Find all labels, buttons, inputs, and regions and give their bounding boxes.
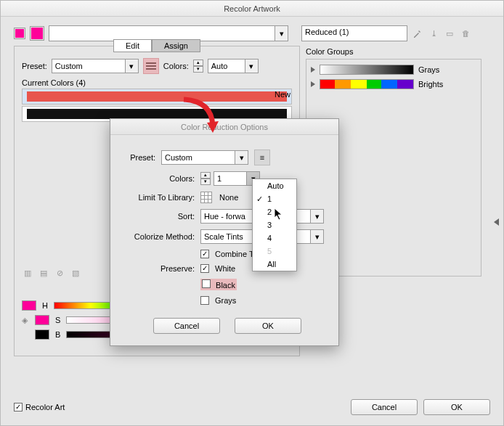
color-group-row-grays[interactable]: Grays <box>309 62 478 77</box>
b-label: B <box>55 330 60 339</box>
disclosure-triangle-icon[interactable] <box>311 67 315 73</box>
new-label: New <box>275 90 290 99</box>
menu-item-all[interactable]: All <box>253 258 296 271</box>
chevron-down-icon[interactable]: ▾ <box>310 230 323 243</box>
save-group-icon[interactable]: ⤓ <box>428 28 439 39</box>
combine-tints-label: Combine T <box>215 250 254 258</box>
eyedropper-icon[interactable] <box>412 28 423 39</box>
chevron-down-icon[interactable]: ▾ <box>275 26 288 41</box>
preset-combo[interactable]: Custom▾ <box>52 59 139 73</box>
current-color-row-1[interactable] <box>22 89 292 105</box>
colors-stepper[interactable]: ▴▾ <box>193 60 203 73</box>
recolor-artwork-window: Recolor Artwork ▾ Reduced (1) ⤓ ▭ 🗑 Edit… <box>0 0 504 426</box>
limit-to-library-label: Limit To Library: <box>122 193 198 202</box>
cursor-icon <box>274 208 284 221</box>
brights-swatch-strip <box>320 79 414 89</box>
menu-item-auto[interactable]: Auto <box>253 179 296 192</box>
recolor-art-label: Recolor Art <box>25 403 65 411</box>
color-group-base-swatch[interactable] <box>30 26 44 41</box>
current-colors-label: Current Colors (4) <box>22 78 292 87</box>
tab-edit[interactable]: Edit <box>113 39 152 52</box>
color-group-label: Grays <box>418 65 439 74</box>
colors-label: Colors: <box>163 62 189 70</box>
svg-rect-1 <box>146 65 156 67</box>
preserve-black-row: Black <box>200 279 237 290</box>
grays-swatch-strip <box>320 65 414 75</box>
window-title: Recolor Artwork <box>1 1 503 17</box>
exclude-icon[interactable]: ⊘ <box>54 267 65 279</box>
s-swatch[interactable] <box>35 315 49 325</box>
svg-rect-0 <box>146 62 156 64</box>
preserve-white-label: White <box>215 264 235 273</box>
new-row-icon[interactable]: ▧ <box>70 267 81 279</box>
colorize-method-label: Colorize Method: <box>122 232 198 241</box>
colors-value: Auto <box>208 62 245 70</box>
preserve-white-checkbox[interactable]: ✓ <box>200 264 209 273</box>
disclosure-triangle-icon[interactable] <box>311 81 315 87</box>
preserve-black-label: Black <box>216 281 235 290</box>
chevron-down-icon[interactable]: ▾ <box>245 60 258 73</box>
preserve-label: Preserve: <box>122 264 198 273</box>
b-swatch[interactable] <box>35 329 49 340</box>
cube-icon: ◈ <box>22 316 29 325</box>
menu-item-1[interactable]: 1 <box>253 192 296 205</box>
preset-label: Preset: <box>22 62 47 70</box>
color-reduction-options-dialog: Color Reduction Options Preset: Custom▾ … <box>110 118 339 346</box>
color-group-name-input[interactable]: Reduced (1) <box>301 25 407 41</box>
color-group-name-text: Reduced (1) <box>305 28 349 36</box>
modal-colors-value: 1 <box>214 174 246 183</box>
combine-tints-checkbox[interactable]: ✓ <box>200 250 209 258</box>
preserve-grays-label: Grays <box>215 296 236 305</box>
menu-item-5: 5 <box>253 245 296 258</box>
footer: ✓ Recolor Art Cancel OK <box>1 389 503 425</box>
panel-collapse-icon[interactable] <box>494 218 499 226</box>
recolor-art-checkbox[interactable]: ✓ <box>14 403 23 411</box>
preserve-grays-checkbox[interactable] <box>200 296 209 305</box>
modal-colors-stepper[interactable]: ▴▾ <box>200 172 211 185</box>
color-group-label: Brights <box>418 80 443 89</box>
trash-icon[interactable]: 🗑 <box>460 28 471 39</box>
tab-assign[interactable]: Assign <box>152 39 200 52</box>
main-cancel-button[interactable]: Cancel <box>351 399 418 415</box>
preserve-black-checkbox[interactable] <box>202 279 211 288</box>
chevron-down-icon[interactable]: ▾ <box>125 60 138 73</box>
color-groups-title: Color Groups <box>306 47 481 56</box>
modal-colors-label: Colors: <box>122 174 198 183</box>
modal-preset-combo[interactable]: Custom▾ <box>161 150 248 165</box>
folder-icon[interactable]: ▭ <box>444 28 455 39</box>
svg-rect-2 <box>146 68 156 70</box>
library-grid-icon[interactable] <box>200 192 212 203</box>
s-label: S <box>55 316 60 324</box>
merge-icon[interactable]: ▥ <box>22 267 33 279</box>
chevron-down-icon[interactable]: ▾ <box>235 151 248 164</box>
menu-item-4[interactable]: 4 <box>253 232 296 245</box>
color-reduction-options-button[interactable] <box>143 58 159 74</box>
preset-value: Custom <box>52 62 125 70</box>
h-label: H <box>42 301 48 310</box>
colors-combo[interactable]: Auto▾ <box>208 59 259 73</box>
modal-preset-value: Custom <box>162 153 235 162</box>
modal-ok-button[interactable]: OK <box>235 318 301 334</box>
color-group-row-brights[interactable]: Brights <box>309 77 478 91</box>
h-swatch[interactable] <box>22 300 36 311</box>
chevron-down-icon[interactable]: ▾ <box>310 210 323 223</box>
modal-cancel-button[interactable]: Cancel <box>153 318 220 334</box>
modal-preset-label: Preset: <box>122 153 158 162</box>
dialog-title: Color Reduction Options <box>110 119 338 135</box>
main-ok-button[interactable]: OK <box>423 399 490 415</box>
modal-preset-menu-button[interactable]: ≡ <box>254 149 270 165</box>
separate-icon[interactable]: ▤ <box>38 267 49 279</box>
active-color-swatch[interactable] <box>14 28 25 39</box>
colors-count-menu: Auto 1 2 3 4 5 All <box>252 179 297 271</box>
limit-to-library-value: None <box>219 193 238 202</box>
sort-label: Sort: <box>122 212 198 221</box>
